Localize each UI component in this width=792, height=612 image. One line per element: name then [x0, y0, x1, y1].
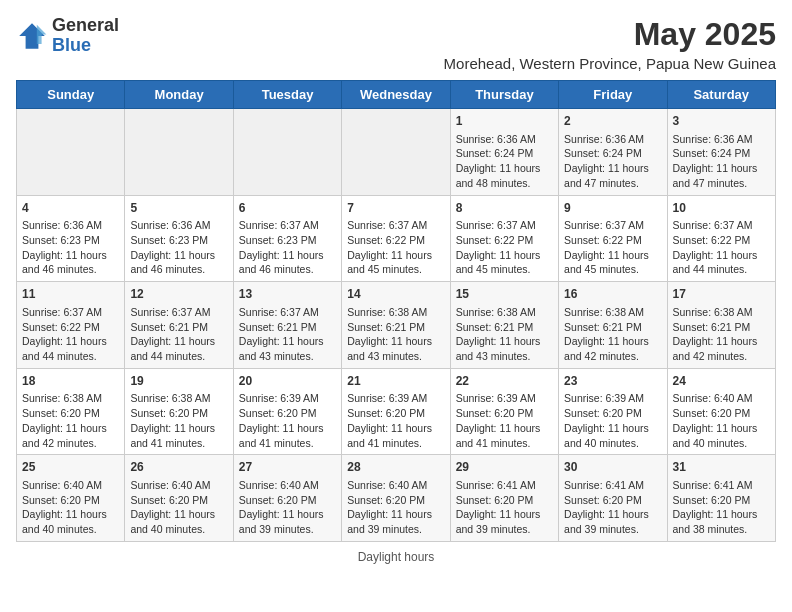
day-number: 26 [130, 459, 227, 476]
calendar-cell: 13Sunrise: 6:37 AM Sunset: 6:21 PM Dayli… [233, 282, 341, 369]
day-info: Sunrise: 6:40 AM Sunset: 6:20 PM Dayligh… [22, 478, 119, 537]
day-info: Sunrise: 6:37 AM Sunset: 6:22 PM Dayligh… [673, 218, 770, 277]
day-info: Sunrise: 6:39 AM Sunset: 6:20 PM Dayligh… [564, 391, 661, 450]
calendar-cell: 3Sunrise: 6:36 AM Sunset: 6:24 PM Daylig… [667, 109, 775, 196]
day-info: Sunrise: 6:36 AM Sunset: 6:23 PM Dayligh… [130, 218, 227, 277]
page-header: General Blue May 2025 Morehead, Western … [16, 16, 776, 72]
day-number: 4 [22, 200, 119, 217]
day-number: 27 [239, 459, 336, 476]
calendar-cell: 4Sunrise: 6:36 AM Sunset: 6:23 PM Daylig… [17, 195, 125, 282]
calendar-cell: 1Sunrise: 6:36 AM Sunset: 6:24 PM Daylig… [450, 109, 558, 196]
col-header-tuesday: Tuesday [233, 81, 341, 109]
day-number: 20 [239, 373, 336, 390]
day-info: Sunrise: 6:36 AM Sunset: 6:24 PM Dayligh… [564, 132, 661, 191]
day-info: Sunrise: 6:38 AM Sunset: 6:21 PM Dayligh… [564, 305, 661, 364]
col-header-wednesday: Wednesday [342, 81, 450, 109]
day-info: Sunrise: 6:40 AM Sunset: 6:20 PM Dayligh… [239, 478, 336, 537]
calendar-cell: 17Sunrise: 6:38 AM Sunset: 6:21 PM Dayli… [667, 282, 775, 369]
month-year: May 2025 [444, 16, 776, 53]
day-number: 21 [347, 373, 444, 390]
day-number: 12 [130, 286, 227, 303]
day-number: 1 [456, 113, 553, 130]
calendar-cell: 15Sunrise: 6:38 AM Sunset: 6:21 PM Dayli… [450, 282, 558, 369]
calendar-week-row: 1Sunrise: 6:36 AM Sunset: 6:24 PM Daylig… [17, 109, 776, 196]
logo-general: General [52, 16, 119, 36]
title-area: May 2025 Morehead, Western Province, Pap… [444, 16, 776, 72]
logo-blue: Blue [52, 36, 119, 56]
day-info: Sunrise: 6:36 AM Sunset: 6:24 PM Dayligh… [673, 132, 770, 191]
calendar-cell: 31Sunrise: 6:41 AM Sunset: 6:20 PM Dayli… [667, 455, 775, 542]
day-info: Sunrise: 6:36 AM Sunset: 6:23 PM Dayligh… [22, 218, 119, 277]
col-header-monday: Monday [125, 81, 233, 109]
daylight-label: Daylight hours [358, 550, 435, 564]
day-info: Sunrise: 6:37 AM Sunset: 6:21 PM Dayligh… [130, 305, 227, 364]
calendar-week-row: 11Sunrise: 6:37 AM Sunset: 6:22 PM Dayli… [17, 282, 776, 369]
calendar-cell [17, 109, 125, 196]
day-info: Sunrise: 6:38 AM Sunset: 6:21 PM Dayligh… [673, 305, 770, 364]
day-number: 6 [239, 200, 336, 217]
calendar-cell: 18Sunrise: 6:38 AM Sunset: 6:20 PM Dayli… [17, 368, 125, 455]
day-info: Sunrise: 6:38 AM Sunset: 6:21 PM Dayligh… [456, 305, 553, 364]
day-info: Sunrise: 6:39 AM Sunset: 6:20 PM Dayligh… [239, 391, 336, 450]
day-number: 31 [673, 459, 770, 476]
svg-marker-1 [37, 25, 47, 44]
calendar-cell: 29Sunrise: 6:41 AM Sunset: 6:20 PM Dayli… [450, 455, 558, 542]
col-header-saturday: Saturday [667, 81, 775, 109]
day-info: Sunrise: 6:38 AM Sunset: 6:21 PM Dayligh… [347, 305, 444, 364]
day-number: 25 [22, 459, 119, 476]
calendar-cell: 22Sunrise: 6:39 AM Sunset: 6:20 PM Dayli… [450, 368, 558, 455]
day-number: 23 [564, 373, 661, 390]
day-number: 3 [673, 113, 770, 130]
calendar-cell: 26Sunrise: 6:40 AM Sunset: 6:20 PM Dayli… [125, 455, 233, 542]
day-number: 30 [564, 459, 661, 476]
logo: General Blue [16, 16, 119, 56]
day-info: Sunrise: 6:39 AM Sunset: 6:20 PM Dayligh… [456, 391, 553, 450]
day-number: 8 [456, 200, 553, 217]
logo-text: General Blue [52, 16, 119, 56]
col-header-friday: Friday [559, 81, 667, 109]
calendar-cell: 28Sunrise: 6:40 AM Sunset: 6:20 PM Dayli… [342, 455, 450, 542]
footer-note: Daylight hours [16, 550, 776, 564]
calendar-cell: 8Sunrise: 6:37 AM Sunset: 6:22 PM Daylig… [450, 195, 558, 282]
day-number: 15 [456, 286, 553, 303]
calendar-cell: 27Sunrise: 6:40 AM Sunset: 6:20 PM Dayli… [233, 455, 341, 542]
calendar-cell: 2Sunrise: 6:36 AM Sunset: 6:24 PM Daylig… [559, 109, 667, 196]
day-number: 7 [347, 200, 444, 217]
day-number: 14 [347, 286, 444, 303]
day-number: 29 [456, 459, 553, 476]
day-info: Sunrise: 6:37 AM Sunset: 6:22 PM Dayligh… [347, 218, 444, 277]
day-info: Sunrise: 6:41 AM Sunset: 6:20 PM Dayligh… [456, 478, 553, 537]
calendar-cell: 7Sunrise: 6:37 AM Sunset: 6:22 PM Daylig… [342, 195, 450, 282]
day-info: Sunrise: 6:37 AM Sunset: 6:22 PM Dayligh… [564, 218, 661, 277]
day-number: 24 [673, 373, 770, 390]
calendar-cell: 24Sunrise: 6:40 AM Sunset: 6:20 PM Dayli… [667, 368, 775, 455]
day-info: Sunrise: 6:40 AM Sunset: 6:20 PM Dayligh… [673, 391, 770, 450]
day-info: Sunrise: 6:38 AM Sunset: 6:20 PM Dayligh… [22, 391, 119, 450]
calendar-header-row: SundayMondayTuesdayWednesdayThursdayFrid… [17, 81, 776, 109]
day-info: Sunrise: 6:36 AM Sunset: 6:24 PM Dayligh… [456, 132, 553, 191]
day-number: 9 [564, 200, 661, 217]
day-info: Sunrise: 6:37 AM Sunset: 6:22 PM Dayligh… [22, 305, 119, 364]
calendar-table: SundayMondayTuesdayWednesdayThursdayFrid… [16, 80, 776, 542]
calendar-cell: 12Sunrise: 6:37 AM Sunset: 6:21 PM Dayli… [125, 282, 233, 369]
day-number: 2 [564, 113, 661, 130]
day-info: Sunrise: 6:37 AM Sunset: 6:21 PM Dayligh… [239, 305, 336, 364]
day-number: 18 [22, 373, 119, 390]
day-number: 13 [239, 286, 336, 303]
day-info: Sunrise: 6:41 AM Sunset: 6:20 PM Dayligh… [564, 478, 661, 537]
calendar-cell: 5Sunrise: 6:36 AM Sunset: 6:23 PM Daylig… [125, 195, 233, 282]
calendar-week-row: 18Sunrise: 6:38 AM Sunset: 6:20 PM Dayli… [17, 368, 776, 455]
day-number: 11 [22, 286, 119, 303]
day-number: 17 [673, 286, 770, 303]
day-info: Sunrise: 6:40 AM Sunset: 6:20 PM Dayligh… [347, 478, 444, 537]
calendar-cell: 20Sunrise: 6:39 AM Sunset: 6:20 PM Dayli… [233, 368, 341, 455]
calendar-cell: 10Sunrise: 6:37 AM Sunset: 6:22 PM Dayli… [667, 195, 775, 282]
calendar-cell: 6Sunrise: 6:37 AM Sunset: 6:23 PM Daylig… [233, 195, 341, 282]
calendar-cell: 14Sunrise: 6:38 AM Sunset: 6:21 PM Dayli… [342, 282, 450, 369]
day-info: Sunrise: 6:41 AM Sunset: 6:20 PM Dayligh… [673, 478, 770, 537]
logo-icon [16, 20, 48, 52]
calendar-cell: 11Sunrise: 6:37 AM Sunset: 6:22 PM Dayli… [17, 282, 125, 369]
day-info: Sunrise: 6:37 AM Sunset: 6:22 PM Dayligh… [456, 218, 553, 277]
calendar-cell [233, 109, 341, 196]
calendar-cell: 16Sunrise: 6:38 AM Sunset: 6:21 PM Dayli… [559, 282, 667, 369]
